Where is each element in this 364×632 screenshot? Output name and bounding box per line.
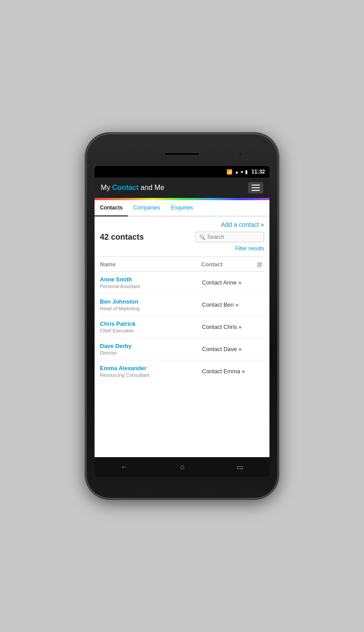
table-row: Anne Smith Personal Assistant Contact An… bbox=[100, 272, 264, 294]
title-prefix: My bbox=[101, 184, 112, 191]
app-header: My Contact and Me bbox=[95, 178, 269, 198]
phone-screen: 📶 ▲ ♥ ▮ 11:32 My Contact and Me bbox=[95, 166, 269, 477]
phone-device: 📶 ▲ ♥ ▮ 11:32 My Contact and Me bbox=[87, 134, 277, 498]
contact-info-ben: Ben Johnston Head of Marketing bbox=[100, 298, 202, 311]
status-time: 11:32 bbox=[251, 169, 265, 175]
title-suffix: and Me bbox=[138, 184, 164, 191]
battery-icon: ▮ bbox=[245, 169, 248, 175]
contact-action-ben[interactable]: Contact Ben » bbox=[202, 301, 264, 308]
phone-bottom-hardware bbox=[95, 477, 269, 490]
contact-role-dave: Director bbox=[100, 350, 202, 356]
contact-name-ben[interactable]: Ben Johnston bbox=[100, 298, 202, 305]
phone-top-hardware bbox=[95, 142, 269, 166]
title-highlight: Contact bbox=[112, 184, 139, 191]
contact-info-anne: Anne Smith Personal Assistant bbox=[100, 276, 202, 289]
hamburger-line-3 bbox=[252, 190, 260, 191]
search-box[interactable]: 🔍 bbox=[195, 232, 264, 242]
speaker-grille bbox=[164, 152, 200, 156]
contact-info-emma: Emma Alexander Resourcing Consultant bbox=[100, 365, 202, 378]
tab-contacts[interactable]: Contacts bbox=[95, 200, 128, 217]
table-row: Dave Derby Director Contact Dave » bbox=[100, 338, 264, 360]
grid-view-icon[interactable]: ▦ bbox=[254, 261, 264, 268]
table-row: Chris Patrick Chief Executive Contact Ch… bbox=[100, 316, 264, 338]
contacts-count: 42 contacts bbox=[100, 233, 144, 242]
contact-role-emma: Resourcing Consultant bbox=[100, 372, 202, 378]
tab-bar: Contacts Companies Enquiries bbox=[95, 200, 269, 217]
wifi-icon: ▲ bbox=[234, 170, 239, 174]
hamburger-line-1 bbox=[252, 185, 260, 186]
add-contact-link[interactable]: Add a contact » bbox=[100, 221, 264, 228]
contacts-list: Anne Smith Personal Assistant Contact An… bbox=[100, 272, 264, 382]
contact-info-dave: Dave Derby Director bbox=[100, 343, 202, 356]
content-area: Add a contact » 42 contacts 🔍 Filter res… bbox=[95, 217, 269, 457]
home-button[interactable]: ⌂ bbox=[173, 460, 192, 474]
column-contact-header: Contact bbox=[201, 261, 254, 268]
contact-role-ben: Head of Marketing bbox=[100, 306, 202, 311]
tab-companies[interactable]: Companies bbox=[128, 200, 166, 217]
contact-name-dave[interactable]: Dave Derby bbox=[100, 343, 202, 349]
table-row: Ben Johnston Head of Marketing Contact B… bbox=[100, 294, 264, 316]
recent-apps-button[interactable]: ▭ bbox=[229, 460, 250, 474]
filter-row: Filter results bbox=[100, 244, 264, 252]
search-icon: 🔍 bbox=[199, 234, 206, 240]
status-icons: 📶 ▲ ♥ ▮ 11:32 bbox=[226, 169, 265, 175]
contact-action-chris[interactable]: Contact Chris » bbox=[202, 324, 264, 330]
contact-role-anne: Personal Assistant bbox=[100, 284, 202, 289]
tab-enquiries[interactable]: Enquiries bbox=[166, 200, 198, 217]
app-content: Contacts Companies Enquiries Add a conta… bbox=[95, 200, 269, 457]
hamburger-line-2 bbox=[252, 187, 260, 188]
contact-name-chris[interactable]: Chris Patrick bbox=[100, 320, 202, 327]
signal-icon: ♥ bbox=[241, 170, 243, 174]
hamburger-menu-button[interactable] bbox=[248, 182, 263, 194]
table-row: Emma Alexander Resourcing Consultant Con… bbox=[100, 360, 264, 382]
filter-results-link[interactable]: Filter results bbox=[235, 245, 264, 252]
column-name-header: Name bbox=[100, 261, 201, 268]
contact-role-chris: Chief Executive bbox=[100, 328, 202, 333]
contact-name-emma[interactable]: Emma Alexander bbox=[100, 365, 202, 371]
contact-action-dave[interactable]: Contact Dave » bbox=[202, 346, 264, 352]
search-input[interactable] bbox=[207, 234, 260, 240]
app-title: My Contact and Me bbox=[101, 184, 164, 192]
bottom-nav: ← ⌂ ▭ bbox=[95, 457, 269, 477]
contact-action-emma[interactable]: Contact Emma » bbox=[202, 368, 264, 375]
contact-name-anne[interactable]: Anne Smith bbox=[100, 276, 202, 283]
search-row: 42 contacts 🔍 bbox=[100, 232, 264, 242]
contact-action-anne[interactable]: Contact Anne » bbox=[202, 279, 264, 286]
bluetooth-icon: 📶 bbox=[226, 169, 233, 175]
contact-info-chris: Chris Patrick Chief Executive bbox=[100, 320, 202, 333]
back-button[interactable]: ← bbox=[114, 460, 135, 474]
front-camera bbox=[238, 152, 243, 156]
table-header: Name Contact ▦ bbox=[100, 257, 264, 272]
status-bar: 📶 ▲ ♥ ▮ 11:32 bbox=[95, 166, 269, 178]
